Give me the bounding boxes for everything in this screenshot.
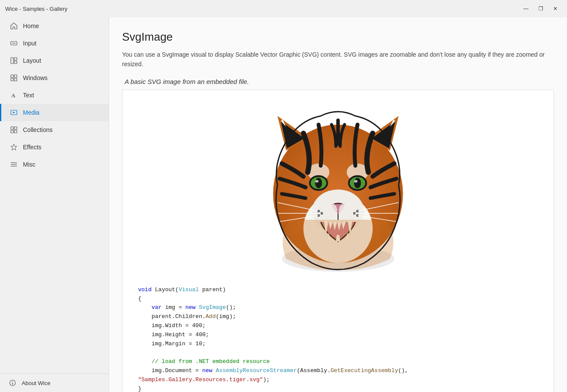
sidebar-item-home[interactable]: Home bbox=[0, 17, 109, 35]
svg-point-39 bbox=[339, 201, 363, 220]
effects-label: Effects bbox=[23, 144, 42, 151]
section-label: A basic SVG image from an embedded file. bbox=[122, 78, 554, 85]
home-label: Home bbox=[23, 22, 39, 29]
windows-label: Windows bbox=[23, 74, 48, 81]
sidebar-item-collections[interactable]: Collections bbox=[0, 121, 109, 138]
media-label: Media bbox=[23, 109, 39, 116]
svg-marker-16 bbox=[11, 144, 17, 150]
input-label: Input bbox=[23, 40, 36, 47]
effects-icon bbox=[10, 143, 18, 151]
svg-marker-11 bbox=[13, 112, 15, 113]
info-icon bbox=[9, 379, 16, 387]
titlebar: Wice - Samples - Gallery — ❐ ✕ bbox=[0, 0, 567, 17]
sidebar-item-input[interactable]: Input bbox=[0, 35, 109, 52]
svg-text:A: A bbox=[11, 92, 16, 99]
tiger-container bbox=[131, 99, 545, 272]
page-title: SvgImage bbox=[122, 30, 554, 44]
svg-rect-2 bbox=[11, 58, 13, 64]
svg-rect-15 bbox=[14, 130, 17, 133]
svg-rect-5 bbox=[11, 75, 13, 77]
home-icon bbox=[10, 22, 18, 30]
content-area: SvgImage You can use a SvgImage visual t… bbox=[109, 17, 567, 392]
svg-point-36 bbox=[354, 180, 358, 183]
titlebar-controls: — ❐ ✕ bbox=[519, 3, 562, 14]
collections-label: Collections bbox=[23, 126, 52, 133]
demo-box: void Layout(Visual parent) { var img = n… bbox=[122, 90, 554, 392]
svg-rect-12 bbox=[11, 127, 13, 129]
about-wice-button[interactable]: About Wice bbox=[0, 373, 109, 392]
about-wice-label: About Wice bbox=[22, 380, 50, 386]
titlebar-title: Wice - Samples - Gallery bbox=[5, 6, 68, 12]
sidebar: Home Input bbox=[0, 17, 109, 392]
close-button[interactable]: ✕ bbox=[549, 3, 562, 14]
svg-rect-4 bbox=[14, 61, 17, 64]
svg-rect-3 bbox=[14, 58, 17, 60]
misc-label: Misc bbox=[23, 161, 35, 168]
svg-point-22 bbox=[12, 381, 13, 382]
media-icon bbox=[10, 109, 18, 116]
layout-label: Layout bbox=[23, 57, 41, 64]
sidebar-item-misc[interactable]: Misc bbox=[0, 156, 109, 173]
sidebar-nav: Home Input bbox=[0, 17, 109, 373]
minimize-button[interactable]: — bbox=[519, 3, 532, 14]
layout-icon bbox=[10, 57, 18, 64]
sidebar-item-media[interactable]: Media bbox=[0, 104, 109, 121]
tiger-image bbox=[251, 99, 425, 272]
main-container: Home Input bbox=[0, 17, 567, 392]
maximize-button[interactable]: ❐ bbox=[534, 3, 547, 14]
svg-rect-14 bbox=[11, 130, 13, 133]
svg-point-38 bbox=[313, 201, 337, 220]
page-description: You can use a SvgImage visual to display… bbox=[122, 50, 554, 69]
collections-icon bbox=[10, 126, 18, 134]
input-icon bbox=[10, 39, 18, 47]
sidebar-item-layout[interactable]: Layout bbox=[0, 52, 109, 69]
svg-rect-13 bbox=[14, 127, 17, 129]
windows-icon bbox=[10, 74, 18, 82]
svg-point-31 bbox=[315, 178, 322, 188]
misc-icon bbox=[10, 161, 18, 168]
sidebar-item-effects[interactable]: Effects bbox=[0, 138, 109, 156]
sidebar-item-windows[interactable]: Windows bbox=[0, 69, 109, 87]
svg-point-32 bbox=[315, 180, 319, 183]
sidebar-item-text[interactable]: A Text bbox=[0, 87, 109, 104]
svg-rect-7 bbox=[11, 78, 13, 81]
text-label: Text bbox=[23, 92, 34, 99]
svg-rect-6 bbox=[14, 75, 17, 77]
svg-rect-8 bbox=[14, 78, 17, 81]
code-block: void Layout(Visual parent) { var img = n… bbox=[131, 280, 545, 392]
text-icon: A bbox=[10, 91, 18, 99]
svg-point-35 bbox=[354, 178, 361, 188]
